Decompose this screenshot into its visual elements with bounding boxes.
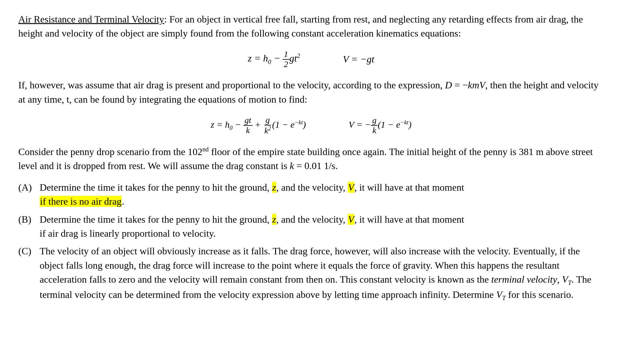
item-a-label: (A): [18, 180, 40, 209]
content-area: Air Resistance and Terminal Velocity: Fo…: [18, 12, 604, 302]
equation-1-left: z = h0 − 12gt2: [248, 50, 300, 69]
list-item-a: (A) Determine the time it takes for the …: [18, 180, 604, 209]
item-a-content: Determine the time it takes for the penn…: [40, 180, 604, 209]
item-c-content: The velocity of an object will obviously…: [40, 244, 604, 302]
equation-2-right: V = −gk(1 − e−kt): [349, 116, 411, 135]
second-paragraph: If, however, was assume that air drag is…: [18, 78, 604, 106]
item-b-label: (B): [18, 212, 40, 241]
title-text: Air Resistance and Terminal Velocity: [18, 14, 164, 25]
item-c-label: (C): [18, 244, 40, 302]
equation-1-right: V = −gt: [343, 52, 374, 66]
item-b-content: Determine the time it takes for the penn…: [40, 212, 604, 241]
consider-text: Consider the penny drop scenario from th…: [18, 146, 593, 171]
consider-paragraph: Consider the penny drop scenario from th…: [18, 145, 604, 173]
list-item-c: (C) The velocity of an object will obvio…: [18, 244, 604, 302]
second-para-text-1: If, however, was assume that air drag is…: [18, 80, 598, 104]
equation-block-2: z = h0 − gtk + gk2(1 − e−kt) V = −gk(1 −…: [18, 115, 604, 136]
equation-block-1: z = h0 − 12gt2 V = −gt: [18, 50, 604, 69]
intro-paragraph: Air Resistance and Terminal Velocity: Fo…: [18, 12, 604, 41]
equation-2-left: z = h0 − gtk + gk2(1 − e−kt): [211, 115, 306, 136]
list-item-b: (B) Determine the time it takes for the …: [18, 212, 604, 241]
